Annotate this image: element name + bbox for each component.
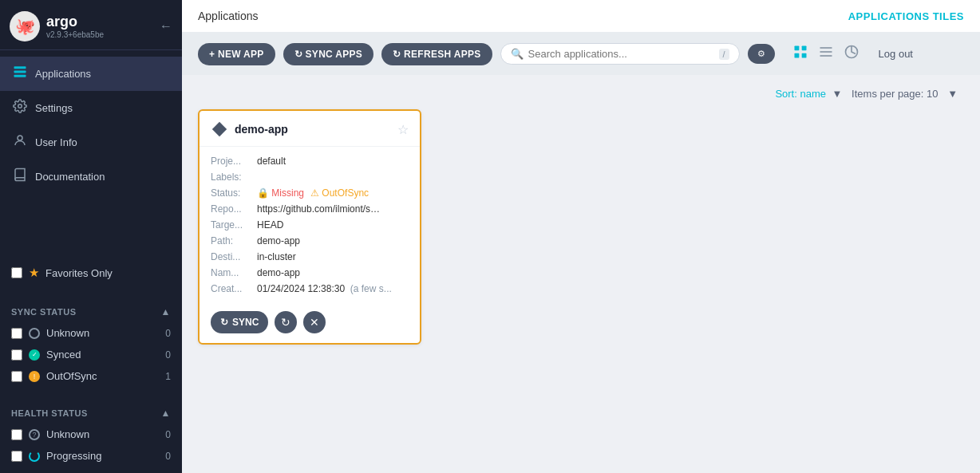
health-filter-progressing[interactable]: Progressing 0 <box>0 445 182 467</box>
refresh-apps-button[interactable]: ↻ REFRESH APPS <box>381 43 492 65</box>
chart-view-button[interactable] <box>840 41 863 67</box>
svg-rect-2 <box>14 75 26 77</box>
svg-point-3 <box>18 104 22 108</box>
sidebar-item-applications[interactable]: Applications <box>0 57 182 91</box>
list-view-button[interactable] <box>815 41 837 67</box>
refresh-icon: ↻ <box>281 316 290 329</box>
health-filter-unknown[interactable]: ? Unknown 0 <box>0 424 182 445</box>
search-shortcut: / <box>719 49 729 60</box>
health-unknown-checkbox[interactable] <box>11 429 22 440</box>
page-title: Applications <box>198 10 259 22</box>
search-bar: 🔍 / <box>500 43 740 65</box>
health-progressing-checkbox[interactable] <box>11 451 22 462</box>
card-actions: ↻ ↻ SYNC SYNC ↻ ✕ <box>200 303 420 343</box>
card-row-target: Targe... HEAD <box>211 217 409 233</box>
toolbar: + NEW APP ↻ SYNC APPS ↻ REFRESH APPS 🔍 /… <box>182 33 980 75</box>
sync-button[interactable]: ↻ ↻ SYNC SYNC <box>211 311 268 333</box>
health-progressing-count: 0 <box>165 451 171 462</box>
content-area: Sort: name ▼ Items per page: 10 ▼ demo-a… <box>182 75 980 473</box>
sidebar-item-user-info[interactable]: User Info <box>0 125 182 160</box>
svg-rect-1 <box>14 71 26 73</box>
sync-filter-unknown[interactable]: Unknown 0 <box>0 322 182 344</box>
health-status-title: HEALTH STATUS <box>11 408 88 418</box>
card-header: demo-app ☆ <box>200 111 420 147</box>
sync-status-header: SYNC STATUS ▲ <box>0 298 182 322</box>
favorite-button[interactable]: ☆ <box>397 122 409 137</box>
search-input[interactable] <box>528 48 714 60</box>
logo-version: v2.9.3+6eba5be <box>46 30 104 39</box>
missing-status: 🔒 🔒 MissingMissing <box>257 187 304 199</box>
card-row-path: Path: demo-app <box>211 233 409 249</box>
target-label: Targe... <box>211 219 252 231</box>
outofsync-status: ⚠ OutOfSync <box>310 187 369 199</box>
sync-synced-icon: ✓ <box>29 349 40 361</box>
app-icon <box>211 120 228 138</box>
sidebar-item-settings[interactable]: Settings <box>0 91 182 125</box>
sidebar-nav: Applications Settings User Info Document… <box>0 50 182 254</box>
destination-label: Desti... <box>211 251 252 262</box>
logout-button[interactable]: Log out <box>871 43 921 65</box>
sidebar: 🐙 argo v2.9.3+6eba5be ← Applications Set… <box>0 0 182 473</box>
svg-marker-12 <box>212 122 227 136</box>
sync-filter-synced[interactable]: ✓ Synced 0 <box>0 344 182 365</box>
new-app-label: + NEW APP <box>209 49 264 60</box>
favorites-checkbox[interactable] <box>11 267 22 278</box>
card-row-project: Proje... default <box>211 153 409 169</box>
grid-view-button[interactable] <box>789 41 812 67</box>
sidebar-item-documentation[interactable]: Documentation <box>0 160 182 194</box>
sort-link[interactable]: Sort: name <box>775 88 826 100</box>
search-icon: 🔍 <box>511 48 524 60</box>
favorites-label: Favorites Only <box>45 267 113 279</box>
sync-apps-button[interactable]: ↻ SYNC APPS <box>283 43 374 65</box>
labels-label: Labels: <box>211 171 252 183</box>
sync-synced-label: Synced <box>46 349 81 361</box>
sync-outofsync-checkbox[interactable] <box>11 371 22 382</box>
svg-rect-6 <box>801 46 806 51</box>
sync-apps-label: ↻ SYNC APPS <box>294 49 363 60</box>
sidebar-item-settings-label: Settings <box>35 102 73 114</box>
sync-unknown-checkbox[interactable] <box>11 328 22 339</box>
sync-collapse-icon[interactable]: ▲ <box>161 306 171 317</box>
logo: 🐙 argo v2.9.3+6eba5be <box>10 11 104 41</box>
sidebar-header: 🐙 argo v2.9.3+6eba5be ← <box>0 0 182 50</box>
refresh-button[interactable]: ↻ <box>275 311 297 333</box>
main-content: Applications APPLICATIONS TILES + NEW AP… <box>182 0 980 473</box>
repo-value: https://github.com/ilmiont/spa... <box>257 203 385 215</box>
health-unknown-icon: ? <box>29 429 40 440</box>
book-icon <box>13 168 27 186</box>
favorites-filter[interactable]: ★ Favorites Only <box>0 260 182 286</box>
view-icons <box>789 41 863 67</box>
favorites-filter-section: ★ Favorites Only <box>0 254 182 292</box>
sync-status-title: SYNC STATUS <box>11 307 77 317</box>
health-unknown-count: 0 <box>165 429 171 440</box>
delete-button[interactable]: ✕ <box>303 311 326 333</box>
back-button[interactable]: ← <box>160 19 172 34</box>
health-collapse-icon[interactable]: ▲ <box>161 408 171 419</box>
new-app-button[interactable]: + NEW APP <box>198 43 275 65</box>
sidebar-item-documentation-label: Documentation <box>35 171 105 183</box>
sync-outofsync-label: OutOfSync <box>46 370 97 382</box>
project-label: Proje... <box>211 156 252 167</box>
sync-icon: ↻ <box>220 317 228 328</box>
sync-filter-outofsync[interactable]: ! OutOfSync 1 <box>0 365 182 387</box>
star-icon: ★ <box>29 266 39 280</box>
card-row-repo: Repo... https://github.com/ilmiont/spa..… <box>211 201 409 217</box>
sidebar-item-userinfo-label: User Info <box>35 136 77 148</box>
sync-unknown-icon <box>29 328 40 339</box>
health-progressing-icon <box>29 451 40 462</box>
sync-outofsync-count: 1 <box>165 371 171 382</box>
filter-button[interactable]: ⚙ <box>748 44 775 64</box>
health-progressing-label: Progressing <box>46 450 101 462</box>
sync-unknown-count: 0 <box>165 328 171 339</box>
layers-icon <box>13 65 27 83</box>
created-value: 01/24/2024 12:38:30 (a few s... <box>257 283 392 294</box>
sort-bar: Sort: name ▼ Items per page: 10 ▼ <box>198 88 964 100</box>
logo-icon: 🐙 <box>10 11 40 41</box>
health-status-header: HEALTH STATUS ▲ <box>0 400 182 424</box>
sync-synced-checkbox[interactable] <box>11 349 22 361</box>
card-row-namespace: Nam... demo-app <box>211 265 409 281</box>
filter-icon: ⚙ <box>757 49 765 58</box>
sync-unknown-label: Unknown <box>46 327 89 339</box>
card-row-destination: Desti... in-cluster <box>211 249 409 265</box>
project-value: default <box>257 156 286 167</box>
